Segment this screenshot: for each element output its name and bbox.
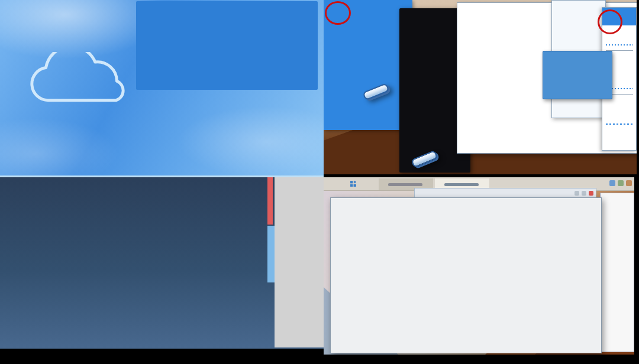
desktop-icon[interactable] (618, 180, 624, 186)
maximize-button[interactable] (582, 191, 586, 196)
product-collage-poster (0, 0, 639, 364)
highlight-circle-pie (598, 9, 622, 34)
imcloud-logo (15, 52, 180, 132)
side-info-window (600, 193, 634, 352)
desktop-icon[interactable] (626, 180, 632, 186)
app-grid-icon[interactable] (349, 180, 357, 188)
quadrant-device-window (324, 177, 634, 355)
background-tile-sliver-red (267, 177, 273, 225)
sparkline (606, 44, 633, 46)
device-mgmt-window (330, 197, 602, 353)
cloud-blob (178, 106, 324, 176)
quadrant-tiles (0, 176, 324, 349)
background-tile-sliver-blue (267, 226, 275, 282)
desktop-icon[interactable] (609, 180, 615, 186)
minimize-button[interactable] (575, 191, 579, 196)
quadrant-dashboard-hero (0, 0, 324, 176)
background-dashboard-panel (275, 177, 324, 347)
close-button[interactable] (589, 191, 593, 196)
sparkline (606, 124, 633, 125)
column-picker-popup (543, 51, 612, 99)
quadrant-windows-collage (324, 0, 637, 174)
cloud-logo-icon (18, 52, 147, 111)
highlight-circle-appgrid (325, 1, 351, 25)
